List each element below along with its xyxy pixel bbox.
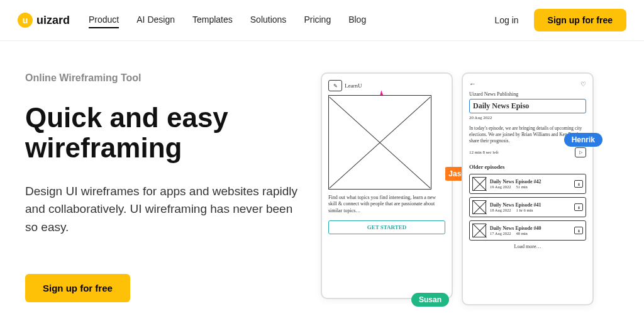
nav-solutions[interactable]: Solutions — [250, 12, 287, 28]
episode-row: Daily News Episode #42 19 Aug 202251 min… — [469, 174, 586, 194]
wireframe-card-left: ✎ LearnU Hannah Jason Find out what topi… — [321, 72, 453, 299]
nav-templates[interactable]: Templates — [192, 12, 233, 28]
wf-app-name: LearnU — [345, 82, 362, 89]
episode-title: Daily News Episode #40 — [490, 225, 570, 231]
hero-illustration: ✎ LearnU Hannah Jason Find out what topi… — [321, 72, 619, 305]
episode-title: Daily News Episode #42 — [490, 179, 570, 185]
logo[interactable]: u uizard — [18, 13, 70, 28]
signup-button-hero[interactable]: Sign up for free — [25, 274, 130, 302]
hero-eyebrow: Online Wireframing Tool — [25, 72, 302, 84]
image-placeholder-icon — [328, 95, 431, 190]
signup-button-header[interactable]: Sign up for free — [534, 9, 626, 31]
wf-episode-title: Daily News Episo — [469, 99, 586, 113]
main-nav: Product AI Design Templates Solutions Pr… — [89, 12, 475, 28]
episode-title: Daily News Episode #41 — [490, 202, 570, 208]
login-link[interactable]: Log in — [494, 15, 518, 25]
nav-ai-design[interactable]: AI Design — [136, 12, 175, 28]
episode-row: Daily News Episode #40 17 Aug 202248 min… — [469, 220, 586, 241]
download-icon: ⬇ — [574, 180, 583, 188]
hero-content: Online Wireframing Tool Quick and easy w… — [25, 72, 302, 305]
episode-date: 18 Aug 2022 — [490, 208, 511, 212]
wf-publisher: Uizard News Publishing — [469, 91, 586, 97]
collaborator-henrik: Henrik — [564, 133, 602, 147]
logo-icon: u — [18, 13, 33, 28]
heart-icon: ♡ — [580, 81, 586, 88]
collaborator-susan: Susan — [411, 293, 449, 307]
wf-body-text: Find out what topics you find interestin… — [328, 195, 445, 214]
hero-title: Quick and easy wireframing — [25, 103, 302, 164]
logo-text: uizard — [36, 14, 70, 27]
nav-product[interactable]: Product — [89, 12, 119, 28]
download-icon: ⬇ — [574, 227, 583, 234]
wf-get-started-button: GET STARTED — [328, 220, 445, 234]
image-placeholder-icon — [472, 224, 486, 237]
chat-icon: ✎ — [328, 80, 342, 91]
image-placeholder-icon — [472, 177, 486, 191]
site-header: u uizard Product AI Design Templates Sol… — [0, 0, 644, 41]
episode-duration: 51 min — [516, 185, 528, 189]
download-icon: ⬇ — [574, 203, 583, 211]
nav-blog[interactable]: Blog — [348, 12, 366, 28]
wireframe-card-right: ← ♡ Uizard News Publishing Daily News Ep… — [462, 72, 594, 305]
image-placeholder-icon — [472, 200, 486, 214]
episode-date: 17 Aug 2022 — [490, 231, 511, 236]
hero-subtitle: Design UI wireframes for apps and websit… — [25, 183, 302, 237]
load-more: Load more… — [469, 244, 586, 249]
play-icon: ▷ — [575, 147, 586, 157]
header-actions: Log in Sign up for free — [494, 9, 626, 31]
nav-pricing[interactable]: Pricing — [304, 12, 331, 28]
back-icon: ← — [469, 80, 476, 88]
wf-episode-date: 20 Aug 2022 — [469, 115, 586, 120]
wf-section-header: Older episodes — [469, 164, 586, 170]
wf-time-left: 12 min 8 sec left — [469, 150, 499, 155]
episode-row: Daily News Episode #41 18 Aug 20221 hr 6… — [469, 197, 586, 217]
episode-duration: 48 min — [516, 231, 528, 236]
episode-date: 19 Aug 2022 — [490, 185, 511, 189]
hero-section: Online Wireframing Tool Quick and easy w… — [0, 41, 644, 324]
episode-duration: 1 hr 6 min — [516, 208, 533, 212]
